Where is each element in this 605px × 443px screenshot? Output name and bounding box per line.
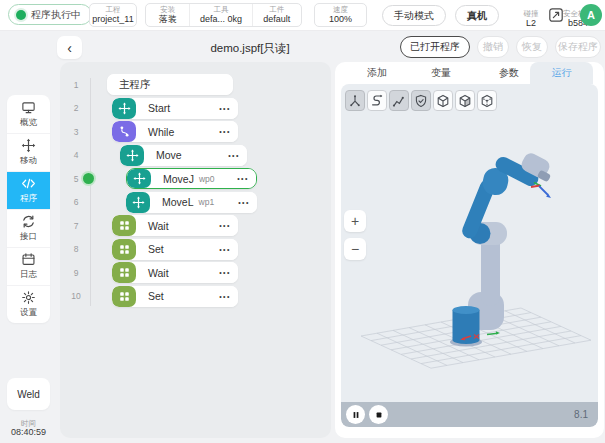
program-row: 9Wait••• [60, 262, 331, 283]
project-selector[interactable]: 工程 project_11 [89, 3, 137, 27]
row-menu-button[interactable]: ••• [237, 175, 249, 182]
row-number: 10 [66, 291, 86, 301]
gear-icon [21, 290, 36, 305]
row-number: 8 [66, 244, 86, 254]
manual-mode-button[interactable]: 手动模式 [382, 5, 446, 26]
mount-value: 落装 [159, 14, 177, 25]
axes-icon[interactable] [345, 90, 365, 111]
collision-value: L2 [526, 18, 536, 29]
program-node-[interactable]: 主程序 [107, 74, 233, 95]
row-menu-button[interactable]: ••• [219, 222, 231, 229]
sync-icon [21, 214, 36, 229]
robot-3d-viewer[interactable]: + − 8.1 [341, 84, 598, 427]
sidebar-item-label: 接口 [20, 231, 37, 243]
row-number: 4 [66, 150, 86, 160]
tab-add[interactable]: 添加 [349, 62, 405, 84]
move-node-icon [120, 145, 144, 166]
back-button[interactable]: ‹ [57, 36, 82, 59]
code-icon [21, 176, 36, 191]
node-waypoint-arg: wp0 [199, 174, 215, 184]
undo-button[interactable]: 撤销 [477, 36, 509, 58]
node-label: MoveL [162, 196, 194, 208]
sidebar-item-overview[interactable]: 概览 [7, 95, 50, 133]
program-row: 7Wait••• [60, 215, 331, 236]
path-icon[interactable] [367, 90, 387, 111]
right-panel: 添加变量参数运行 [335, 62, 604, 438]
sidebar-item-interface[interactable]: 接口 [7, 209, 50, 247]
move-node-icon [127, 169, 151, 188]
pause-button[interactable] [346, 405, 365, 424]
move-node-icon [112, 98, 136, 119]
sidebar-item-label: 设置 [20, 307, 37, 319]
weld-button[interactable]: Weld [7, 378, 50, 410]
sidebar-item-settings[interactable]: 设置 [7, 285, 50, 323]
branch-node-icon [112, 121, 136, 142]
program-node-move[interactable]: Move••• [120, 145, 247, 166]
setup-group[interactable]: 安装 落装 工具 defa... 0kg 工件 default [145, 3, 302, 27]
sidebar-item-move[interactable]: 移动 [7, 133, 50, 171]
cube-front-icon[interactable] [455, 90, 475, 111]
program-node-movel[interactable]: MoveLwp1••• [126, 192, 257, 213]
row-menu-button[interactable]: ••• [219, 293, 231, 300]
sidebar-item-label: 程序 [20, 193, 37, 205]
program-node-set[interactable]: Set••• [112, 286, 238, 307]
program-node-start[interactable]: Start••• [112, 98, 238, 119]
back-icon: ‹ [67, 40, 72, 56]
stop-button[interactable] [369, 405, 388, 424]
shield-icon[interactable] [411, 90, 431, 111]
user-avatar[interactable]: A [580, 4, 602, 26]
node-label: 主程序 [119, 78, 151, 92]
program-row: 4Move••• [60, 145, 331, 166]
node-label: Wait [148, 267, 169, 279]
sidebar-item-program[interactable]: 程序 [7, 171, 50, 209]
project-label: 工程 [106, 5, 121, 14]
row-menu-button[interactable]: ••• [219, 128, 231, 135]
node-waypoint-arg: wp1 [199, 197, 215, 207]
row-menu-button[interactable]: ••• [219, 246, 231, 253]
redo-button[interactable]: 恢复 [516, 36, 548, 58]
program-node-movej[interactable]: MoveJwp0••• [126, 168, 257, 189]
io-node-icon [112, 239, 136, 260]
tab-run[interactable]: 运行 [530, 62, 593, 84]
node-label: Wait [148, 220, 169, 232]
program-node-wait[interactable]: Wait••• [112, 215, 238, 236]
tab-params[interactable]: 参数 [481, 62, 537, 84]
sidebar-nav: 概览移动程序接口日志设置 [7, 95, 50, 323]
safety-check-icon[interactable] [548, 7, 564, 23]
trace-icon[interactable] [389, 90, 409, 111]
sidebar-item-label: 日志 [20, 269, 37, 281]
opened-programs-button[interactable]: 已打开程序 [400, 36, 470, 58]
speed-value: 100% [329, 14, 352, 25]
cube-back-icon[interactable] [477, 90, 497, 111]
row-menu-button[interactable]: ••• [219, 269, 231, 276]
zoom-in-button[interactable]: + [344, 210, 366, 232]
cube-icon[interactable] [433, 90, 453, 111]
row-number: 6 [66, 197, 86, 207]
row-menu-button[interactable]: ••• [238, 199, 250, 206]
active-row-indicator [83, 173, 94, 184]
tab-variables[interactable]: 变量 [413, 62, 469, 84]
program-row: 5MoveJwp0••• [60, 168, 331, 189]
running-status-label: 程序执行中 [31, 8, 81, 22]
program-node-wait[interactable]: Wait••• [112, 262, 238, 283]
row-number: 7 [66, 221, 86, 231]
program-row: 8Set••• [60, 239, 331, 260]
mount-label: 安装 [160, 5, 175, 14]
speed-selector[interactable]: 速度 100% [314, 3, 367, 27]
monitor-icon [21, 100, 36, 115]
node-label: Start [148, 102, 170, 114]
row-number: 9 [66, 268, 86, 278]
sidebar-item-log[interactable]: 日志 [7, 247, 50, 285]
zoom-out-button[interactable]: − [344, 238, 366, 260]
program-node-set[interactable]: Set••• [112, 239, 238, 260]
row-menu-button[interactable]: ••• [228, 152, 240, 159]
save-program-button[interactable]: 保存程序 [555, 36, 601, 58]
row-number: 2 [66, 103, 86, 113]
move-icon [21, 138, 36, 153]
row-menu-button[interactable]: ••• [219, 105, 231, 112]
program-node-while[interactable]: While••• [112, 121, 238, 142]
real-machine-button[interactable]: 真机 [455, 5, 499, 26]
running-status-dot [16, 10, 26, 20]
viewer-status-value: 8.1 [574, 409, 588, 420]
program-row: 6MoveLwp1••• [60, 192, 331, 213]
